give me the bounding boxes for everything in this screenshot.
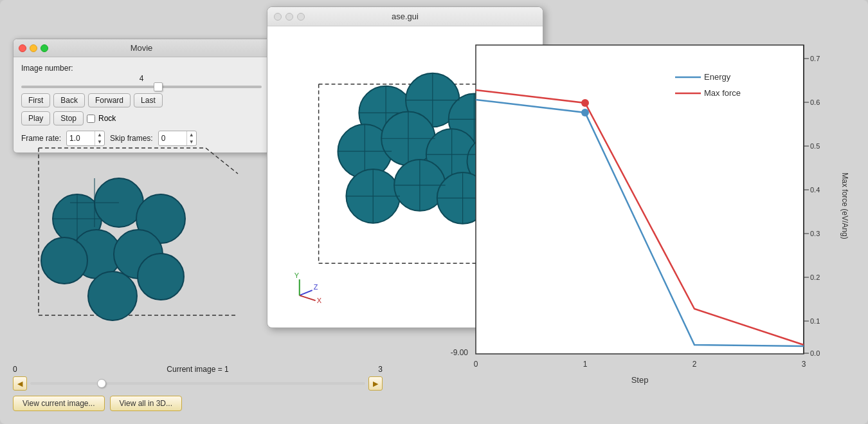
- rock-label: Rock: [98, 114, 116, 123]
- main-window: Movie Image number: 4 First Back Forward…: [0, 0, 868, 424]
- bottom-bar: 0 Current image = 1 3 ◀ ▶ View current i…: [13, 365, 383, 411]
- svg-point-81: [581, 99, 589, 107]
- svg-text:0.5: 0.5: [810, 142, 820, 150]
- svg-text:1: 1: [583, 360, 588, 369]
- bottom-slider-row: ◀ ▶: [13, 376, 383, 391]
- rock-checkbox[interactable]: [87, 115, 95, 123]
- svg-text:-9.00: -9.00: [451, 348, 469, 357]
- skip-frames-up[interactable]: ▲: [187, 131, 196, 138]
- current-image-label: Current image = 1: [167, 365, 228, 374]
- image-slider-track[interactable]: [21, 86, 262, 88]
- svg-text:Y: Y: [294, 272, 300, 279]
- svg-point-11: [138, 253, 184, 300]
- bottom-slider-thumb[interactable]: [97, 379, 106, 388]
- back-button[interactable]: Back: [53, 93, 85, 107]
- bg-atom-svg: [13, 142, 257, 322]
- svg-point-9: [41, 237, 87, 284]
- svg-text:0.3: 0.3: [810, 230, 820, 237]
- svg-point-10: [88, 272, 137, 320]
- svg-text:0.7: 0.7: [810, 55, 820, 62]
- traffic-lights: [19, 44, 48, 52]
- ase-minimize[interactable]: [285, 13, 293, 21]
- start-label: 0: [13, 365, 17, 374]
- svg-line-52: [300, 295, 316, 300]
- svg-text:0.0: 0.0: [810, 349, 820, 357]
- ase-close[interactable]: [274, 13, 282, 21]
- close-button[interactable]: [19, 44, 26, 52]
- movie-panel-title: Movie: [131, 43, 153, 53]
- chart-area: -9.00 0.7 0.6 0.5 0.4 0.3 0.2 0.1 0.0: [437, 26, 855, 399]
- nav-buttons-row: First Back Forward Last: [21, 93, 262, 107]
- play-button[interactable]: Play: [21, 111, 50, 125]
- svg-point-82: [581, 109, 589, 116]
- next-arrow-button[interactable]: ▶: [368, 376, 383, 391]
- movie-titlebar: Movie: [14, 39, 269, 57]
- play-stop-row: Play Stop Rock: [21, 111, 262, 125]
- image-number-value: 4: [21, 74, 262, 83]
- forward-button[interactable]: Forward: [88, 93, 131, 107]
- maximize-button[interactable]: [41, 44, 48, 52]
- svg-text:3: 3: [802, 360, 806, 369]
- bottom-slider-track[interactable]: [30, 382, 365, 385]
- movie-content: Image number: 4 First Back Forward Last …: [14, 57, 269, 152]
- ase-titlebar: ase.gui: [267, 7, 543, 26]
- bg-atom-cluster: [13, 142, 257, 322]
- image-slider-container[interactable]: [21, 86, 262, 88]
- svg-text:0: 0: [474, 360, 478, 369]
- view-current-button[interactable]: View current image...: [13, 396, 105, 411]
- last-button[interactable]: Last: [134, 93, 163, 107]
- first-button[interactable]: First: [21, 93, 50, 107]
- minimize-button[interactable]: [30, 44, 37, 52]
- svg-line-50: [300, 290, 312, 295]
- svg-line-1: [206, 148, 238, 174]
- svg-text:0.6: 0.6: [810, 98, 820, 106]
- svg-text:Max force (eV/Ang): Max force (eV/Ang): [840, 172, 849, 239]
- svg-text:X: X: [317, 297, 322, 304]
- prev-arrow-button[interactable]: ◀: [13, 376, 27, 391]
- svg-text:Step: Step: [631, 375, 649, 385]
- ase-window-title: ase.gui: [392, 12, 419, 21]
- view-all-button[interactable]: View all in 3D...: [110, 396, 182, 411]
- svg-text:Energy: Energy: [704, 72, 731, 82]
- frame-rate-up[interactable]: ▲: [95, 131, 104, 138]
- view-buttons-row: View current image... View all in 3D...: [13, 396, 383, 411]
- ase-maximize[interactable]: [297, 13, 305, 21]
- svg-text:2: 2: [692, 360, 697, 369]
- bottom-numbers: 0 Current image = 1 3: [13, 365, 383, 374]
- svg-text:Max force: Max force: [704, 88, 741, 98]
- chart-svg: -9.00 0.7 0.6 0.5 0.4 0.3 0.2 0.1 0.0: [437, 26, 855, 399]
- stop-button[interactable]: Stop: [53, 111, 84, 125]
- ase-traffic-lights: [274, 13, 305, 21]
- image-slider-thumb[interactable]: [154, 82, 163, 91]
- svg-text:Z: Z: [314, 283, 318, 291]
- svg-rect-56: [476, 45, 804, 354]
- end-label: 3: [378, 365, 383, 374]
- svg-text:0.4: 0.4: [810, 186, 820, 194]
- svg-text:0.1: 0.1: [810, 317, 820, 325]
- movie-panel: Movie Image number: 4 First Back Forward…: [13, 39, 270, 153]
- svg-text:0.2: 0.2: [810, 273, 820, 281]
- image-number-label: Image number:: [21, 64, 262, 73]
